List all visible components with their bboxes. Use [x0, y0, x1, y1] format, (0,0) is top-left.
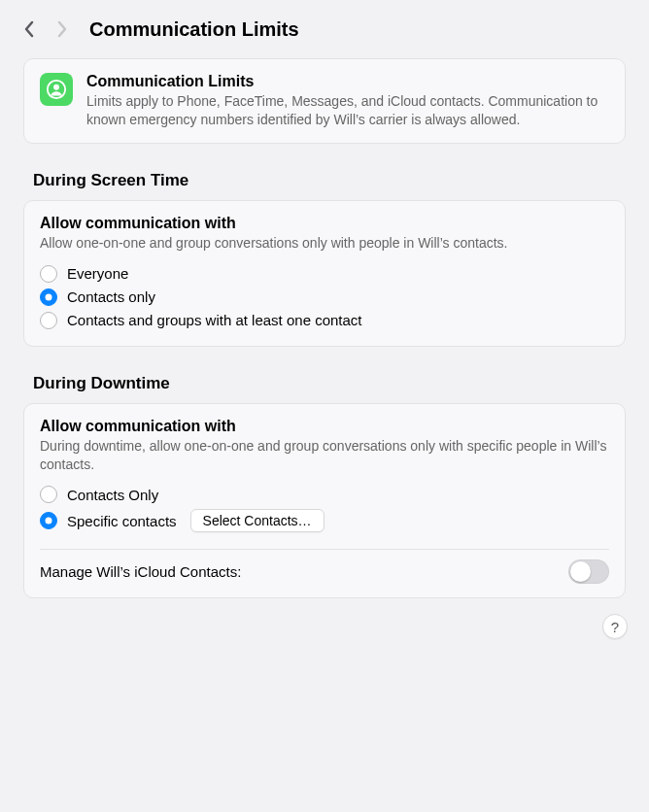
downtime-sub-heading: Allow communication with [40, 418, 609, 435]
header-bar: Communication Limits [0, 0, 649, 51]
radio-everyone[interactable] [40, 265, 57, 283]
manage-icloud-toggle[interactable] [568, 559, 609, 584]
back-button[interactable] [21, 17, 37, 41]
radio-dt-contacts-only[interactable] [40, 486, 57, 503]
radio-contacts-only[interactable] [40, 288, 57, 306]
radio-row-contacts-groups[interactable]: Contacts and groups with at least one co… [40, 309, 609, 332]
section-heading-screen-time: During Screen Time [33, 171, 626, 190]
help-row: ? [0, 598, 649, 639]
radio-contacts-groups[interactable] [40, 312, 57, 329]
chevron-left-icon [23, 20, 35, 38]
radio-dt-specific[interactable] [40, 512, 57, 529]
help-icon: ? [611, 619, 619, 635]
manage-icloud-row: Manage Will’s iCloud Contacts: [40, 559, 609, 584]
screen-time-sub-desc: Allow one-on-one and group conversations… [40, 234, 609, 253]
communication-limits-icon [40, 73, 73, 106]
screen-time-card: Allow communication with Allow one-on-on… [23, 200, 626, 347]
info-desc: Limits apply to Phone, FaceTime, Message… [86, 92, 609, 129]
radio-label: Everyone [67, 265, 128, 282]
content-area: Communication Limits Limits apply to Pho… [0, 51, 649, 598]
radio-label: Contacts and groups with at least one co… [67, 312, 362, 328]
radio-label: Contacts Only [67, 487, 158, 503]
downtime-sub-desc: During downtime, allow one-on-one and gr… [40, 437, 609, 474]
separator [40, 549, 609, 550]
svg-point-1 [53, 85, 59, 90]
radio-label: Specific contacts [67, 513, 177, 529]
chevron-right-icon [56, 20, 68, 38]
info-text: Communication Limits Limits apply to Pho… [86, 73, 609, 129]
radio-row-contacts-only[interactable]: Contacts only [40, 286, 609, 309]
forward-button [54, 17, 70, 41]
nav-arrows [21, 17, 70, 41]
manage-icloud-label: Manage Will’s iCloud Contacts: [40, 563, 241, 580]
radio-row-everyone[interactable]: Everyone [40, 262, 609, 286]
help-button[interactable]: ? [602, 614, 628, 639]
info-card: Communication Limits Limits apply to Pho… [23, 58, 626, 144]
radio-row-dt-contacts-only[interactable]: Contacts Only [40, 483, 609, 506]
info-title: Communication Limits [86, 73, 609, 90]
downtime-card: Allow communication with During downtime… [23, 403, 626, 599]
radio-label: Contacts only [67, 288, 155, 305]
select-contacts-button[interactable]: Select Contacts… [190, 509, 324, 532]
radio-row-dt-specific[interactable]: Specific contacts Select Contacts… [40, 506, 609, 535]
page-title: Communication Limits [89, 18, 299, 41]
section-heading-downtime: During Downtime [33, 374, 626, 393]
screen-time-sub-heading: Allow communication with [40, 215, 609, 232]
